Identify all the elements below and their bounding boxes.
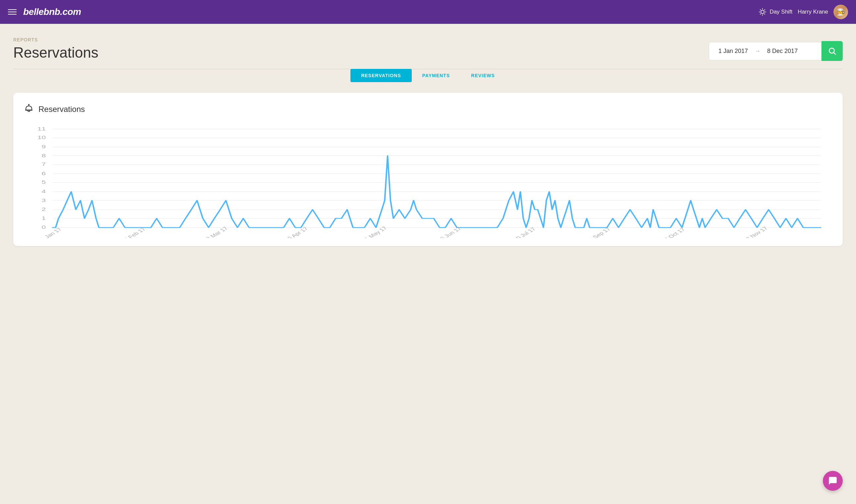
- tab-reviews[interactable]: REVIEWS: [461, 69, 506, 82]
- page-header: REPORTS Reservations 1 Jan 2017 → 8 Dec …: [13, 37, 843, 61]
- date-range-picker[interactable]: 1 Jan 2017 → 8 Dec 2017: [709, 41, 843, 61]
- chat-icon: [828, 476, 837, 485]
- chart-title: Reservations: [38, 105, 85, 114]
- app-header: bellebnb.com Day Shift Harry Krane 👨‍🍳: [0, 0, 856, 24]
- logo: bellebnb.com: [23, 7, 758, 17]
- chart-area: 11 10 9 8 7 6 5 4 3 2 1: [24, 126, 832, 238]
- title-section: REPORTS Reservations: [13, 37, 99, 61]
- svg-line-5: [760, 10, 761, 10]
- svg-text:0: 0: [42, 225, 46, 230]
- date-start: 1 Jan 2017: [718, 48, 748, 55]
- svg-text:8 Oct 17: 8 Oct 17: [662, 227, 687, 238]
- svg-line-10: [834, 53, 836, 55]
- chart-svg: 11 10 9 8 7 6 5 4 3 2 1: [24, 126, 832, 238]
- svg-line-6: [765, 14, 765, 14]
- svg-text:8: 8: [42, 153, 46, 158]
- svg-rect-11: [25, 110, 33, 111]
- date-range-box[interactable]: 1 Jan 2017 → 8 Dec 2017: [709, 42, 822, 60]
- search-button[interactable]: [822, 41, 843, 61]
- chart-title-row: Reservations: [24, 103, 832, 115]
- date-arrow: →: [755, 48, 760, 55]
- header-right: Day Shift Harry Krane 👨‍🍳: [758, 5, 848, 19]
- svg-text:11: 11: [37, 126, 46, 131]
- breadcrumb: REPORTS: [13, 37, 99, 42]
- svg-text:7: 7: [42, 162, 46, 167]
- svg-text:5 Feb 17: 5 Feb 17: [122, 227, 147, 238]
- svg-text:4: 4: [42, 189, 46, 194]
- tab-reservations[interactable]: RESERVATIONS: [350, 69, 411, 82]
- svg-text:5: 5: [42, 180, 46, 185]
- svg-text:1: 1: [42, 216, 46, 220]
- tab-payments[interactable]: PAYMENTS: [412, 69, 461, 82]
- date-end: 8 Dec 2017: [767, 48, 798, 55]
- day-shift-toggle[interactable]: Day Shift: [758, 7, 792, 16]
- svg-text:10: 10: [37, 135, 46, 140]
- tabs-container: RESERVATIONS PAYMENTS REVIEWS: [13, 69, 843, 82]
- svg-text:30 Jul 17: 30 Jul 17: [512, 227, 537, 238]
- chat-button[interactable]: [823, 471, 843, 491]
- svg-text:6: 6: [42, 171, 46, 176]
- svg-text:3 Sep 17: 3 Sep 17: [587, 227, 612, 238]
- bell-icon: [24, 103, 34, 115]
- sun-icon: [758, 7, 767, 16]
- menu-button[interactable]: [8, 9, 17, 15]
- svg-point-0: [761, 10, 764, 14]
- svg-point-13: [28, 104, 30, 105]
- svg-text:2: 2: [42, 207, 46, 212]
- svg-text:3: 3: [42, 198, 46, 203]
- chart-card: Reservations 11 10 9 8 7 6 5: [13, 93, 843, 246]
- svg-line-7: [765, 10, 765, 10]
- svg-line-8: [760, 14, 761, 14]
- main-content: REPORTS Reservations 1 Jan 2017 → 8 Dec …: [0, 24, 856, 246]
- day-shift-label: Day Shift: [769, 8, 792, 15]
- page-title: Reservations: [13, 44, 99, 61]
- user-name: Harry Krane: [798, 8, 828, 15]
- avatar[interactable]: 👨‍🍳: [834, 5, 848, 19]
- svg-point-9: [829, 48, 834, 53]
- svg-text:9: 9: [42, 144, 46, 149]
- search-icon: [828, 47, 836, 55]
